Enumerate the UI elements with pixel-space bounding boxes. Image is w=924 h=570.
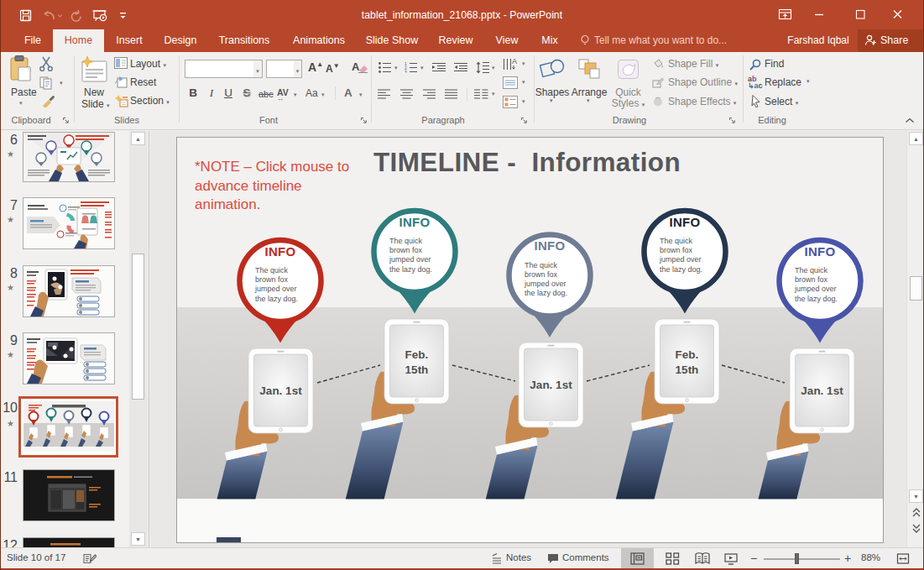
svg-text:The quick: The quick xyxy=(389,237,423,245)
svg-text:The quick: The quick xyxy=(795,266,828,275)
svg-text:the lazy dog.: the lazy dog. xyxy=(795,295,838,303)
svg-text:3: 3 xyxy=(405,70,407,74)
svg-text:jumped over: jumped over xyxy=(389,255,431,264)
svg-text:The quick: The quick xyxy=(660,237,693,245)
svg-text:15th: 15th xyxy=(405,363,429,376)
svg-text:the lazy dog.: the lazy dog. xyxy=(525,289,567,297)
svg-text:jumped over: jumped over xyxy=(794,285,837,293)
svg-text:INFO: INFO xyxy=(534,238,565,253)
svg-text:the lazy dog.: the lazy dog. xyxy=(389,265,432,274)
svg-text:*NOTE – Click mouse to: *NOTE – Click mouse to xyxy=(195,159,349,175)
svg-text:brown fox: brown fox xyxy=(525,270,558,279)
svg-text:Jan. 1st: Jan. 1st xyxy=(801,384,843,397)
svg-text:INFO: INFO xyxy=(399,215,430,229)
svg-text:animation.: animation. xyxy=(195,196,260,212)
svg-text:advance timeline: advance timeline xyxy=(195,178,302,194)
svg-text:brown fox: brown fox xyxy=(389,246,423,254)
svg-text:brown fox: brown fox xyxy=(795,275,828,284)
svg-text:the lazy dog.: the lazy dog. xyxy=(660,265,702,274)
svg-text:jumped over: jumped over xyxy=(659,255,702,264)
svg-text:brown fox: brown fox xyxy=(660,246,693,254)
svg-text:Feb.: Feb. xyxy=(676,348,699,361)
svg-text:15th: 15th xyxy=(676,363,699,376)
svg-text:Jan. 1st: Jan. 1st xyxy=(259,384,302,397)
svg-text:The quick: The quick xyxy=(525,261,558,269)
svg-text:INFO: INFO xyxy=(669,215,700,229)
svg-text:jumped over: jumped over xyxy=(524,280,566,288)
svg-text:TIMELINE - Information: TIMELINE - Information xyxy=(373,147,681,177)
svg-text:The quick: The quick xyxy=(255,266,289,275)
svg-text:INFO: INFO xyxy=(264,244,295,259)
svg-text:jumped over: jumped over xyxy=(254,285,297,293)
svg-text:INFO: INFO xyxy=(804,244,835,259)
svg-text:Feb.: Feb. xyxy=(405,348,429,361)
svg-text:brown fox: brown fox xyxy=(255,275,289,284)
svg-text:A: A xyxy=(512,57,517,65)
svg-text:the lazy dog.: the lazy dog. xyxy=(255,295,298,303)
svg-text:Jan. 1st: Jan. 1st xyxy=(530,379,572,391)
